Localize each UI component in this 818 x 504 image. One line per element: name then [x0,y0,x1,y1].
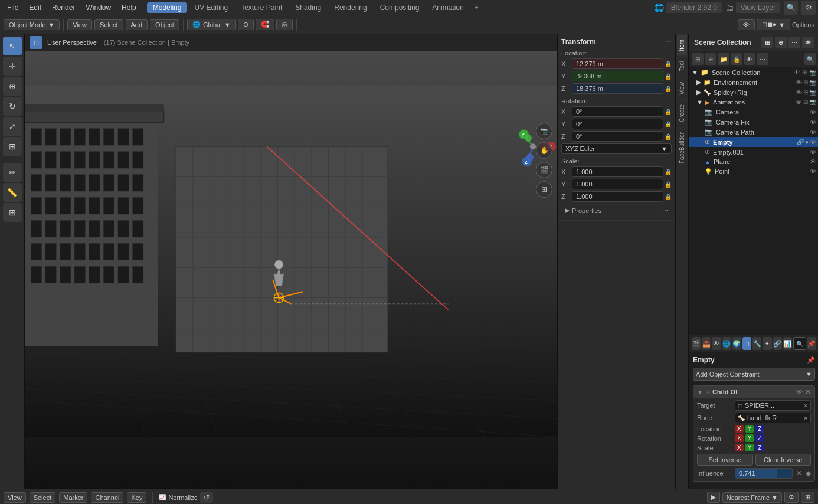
outline-more-btn[interactable]: ⋯ [788,37,800,48]
tl-key-btn[interactable]: Key [127,492,146,503]
menu-window[interactable]: Window [81,2,116,13]
loc-x-lock[interactable]: 🔒 [665,61,672,67]
hand-pan-btn[interactable]: ✋ [536,142,552,159]
camera-path-eye[interactable]: 👁 [810,129,816,136]
rot-y-field[interactable]: 0° [572,119,663,129]
anim-restrict[interactable]: ⊞ [803,99,808,106]
shading-dropdown[interactable]: ◻◼● ▼ [757,19,791,30]
constraint-remove-btn[interactable]: ✕ [805,388,811,396]
outline-eye-btn[interactable]: 👁 [802,37,814,48]
tab-texture-paint[interactable]: Texture Paint [235,2,288,13]
env-restrict[interactable]: ⊞ [803,79,808,86]
outline-icon-btn3[interactable]: 📁 [718,53,729,65]
transform-options-icon[interactable]: ⋯ [666,39,672,45]
loc-x-btn[interactable]: X [735,425,744,433]
outline-search-btn[interactable]: 🔍 [804,53,816,65]
menu-edit[interactable]: Edit [24,2,46,13]
tl-snap-btn[interactable]: ⊞ [801,492,814,503]
rot-x-field[interactable]: 0° [572,106,663,117]
target-field[interactable]: ◻ SPIDER... ✕ [735,400,811,411]
tab-tool[interactable]: Tool [677,55,687,76]
spidey-camera[interactable]: 📷 [809,89,816,96]
add-workspace-btn[interactable]: + [471,2,482,13]
grid-btn[interactable]: ⊞ [536,181,552,198]
anim-camera[interactable]: 📷 [809,99,816,106]
menu-file[interactable]: File [2,2,23,13]
tl-filter-btn[interactable]: ⚙ [784,492,799,503]
loc-y-btn[interactable]: Y [745,425,754,433]
outline-scene-collection[interactable]: ▼ 📁 Scene Collection 👁 ⊞ 📷 [689,67,818,77]
empty-driver-icon[interactable]: ● [805,139,809,146]
tl-playback-mode-btn[interactable]: Nearest Frame ▼ [722,492,782,503]
plane-eye[interactable]: 👁 [810,158,816,165]
props-particles-tab[interactable]: ✦ [763,337,771,350]
env-eye[interactable]: 👁 [796,79,802,86]
overlay-toggle[interactable]: 👁 [738,19,755,30]
outline-item-environnement[interactable]: ▶ 📁 Environnement 👁 ⊞ 📷 [689,77,818,87]
scale-z-btn[interactable]: Z [755,444,764,451]
scale-x-lock[interactable]: 🔒 [665,169,672,175]
props-render-tab[interactable]: 🎬 [692,337,701,350]
scale-y-lock[interactable]: 🔒 [665,181,672,188]
scene-coll-eye[interactable]: 👁 [794,69,800,76]
props-world-tab[interactable]: 🌍 [732,337,741,350]
spidey-restrict[interactable]: ⊞ [803,89,808,96]
camera-view-btn[interactable]: 📷 [536,123,552,139]
outline-item-camera-fix[interactable]: 📷 Camera Fix 👁 [689,117,818,127]
loc-z-btn[interactable]: Z [755,425,764,433]
menu-help[interactable]: Help [117,2,141,13]
outline-icon-btn6[interactable]: ⋯ [757,53,768,65]
tab-modeling[interactable]: Modeling [147,2,188,13]
add-btn[interactable]: Add [126,19,148,30]
menu-render[interactable]: Render [47,2,80,13]
loc-z-field[interactable]: 18.376 m [572,83,663,94]
film-btn[interactable]: 🎬 [536,162,552,178]
influence-clear-btn[interactable]: ✕ [796,469,802,477]
rot-z-lock[interactable]: 🔒 [665,133,672,140]
outline-add-btn[interactable]: ⊕ [775,37,787,48]
orientation-dropdown[interactable]: 🌐 Global ▼ [187,19,236,30]
properties-options-icon[interactable]: ⋯ [662,207,668,214]
scene-coll-restrict[interactable]: ⊞ [802,69,807,76]
scale-y-field[interactable]: 1.000 [572,179,663,189]
outline-item-camera-path[interactable]: 📷 Camera Path 👁 [689,127,818,137]
bone-clear-btn[interactable]: ✕ [803,415,808,421]
tl-select-btn[interactable]: Select [30,492,56,503]
scene-coll-camera[interactable]: 📷 [809,69,816,76]
snap-toggle[interactable]: 🧲 [256,19,274,30]
outline-icon-btn2[interactable]: ⊕ [705,53,716,65]
tab-rendering[interactable]: Rendering [328,2,372,13]
tab-uv-editing[interactable]: UV Editing [188,2,234,13]
tool-measure[interactable]: 📏 [3,183,22,202]
tab-item[interactable]: Item [677,34,687,55]
outline-filter-btn[interactable]: ⊞ [761,37,773,48]
rot-y-lock[interactable]: 🔒 [665,121,672,127]
tool-scale[interactable]: ⤢ [3,117,22,136]
tool-annotate[interactable]: ✏ [3,163,22,182]
anim-eye[interactable]: 👁 [796,99,802,106]
tl-marker-btn[interactable]: Marker [59,492,87,503]
constraint-pin-icon[interactable]: 📌 [807,356,815,364]
tool-select[interactable]: ↖ [3,37,22,55]
tool-cursor[interactable]: ✛ [3,57,22,76]
rot-y-btn[interactable]: Y [745,434,754,442]
properties-section[interactable]: ▶ Properties ⋯ [561,204,672,217]
loc-y-field[interactable]: -9.068 m [572,71,663,81]
proportional-toggle[interactable]: ◎ [276,19,293,30]
tl-play-btn[interactable]: ▶ [707,492,720,503]
tl-view-btn[interactable]: View [4,492,26,503]
props-constraint-tab[interactable]: 🔗 [773,337,782,350]
props-object-tab[interactable]: ◻ [742,337,751,350]
pivot-btn[interactable]: ⊙ [238,19,254,30]
euler-dropdown[interactable]: XYZ Euler ▼ [561,143,672,154]
tab-create[interactable]: Create [677,99,687,127]
env-camera[interactable]: 📷 [809,79,816,86]
props-search-field[interactable]: 🔍 [793,337,806,350]
rot-z-btn[interactable]: Z [755,434,764,442]
target-clear-btn[interactable]: ✕ [803,402,808,409]
loc-z-lock[interactable]: 🔒 [665,86,672,92]
bone-field[interactable]: 🦴 hand_fk.R ✕ [735,413,811,423]
prefs-btn[interactable]: ⚙ [801,1,816,15]
tool-transform[interactable]: ⊞ [3,137,22,156]
rot-x-btn[interactable]: X [735,434,744,442]
